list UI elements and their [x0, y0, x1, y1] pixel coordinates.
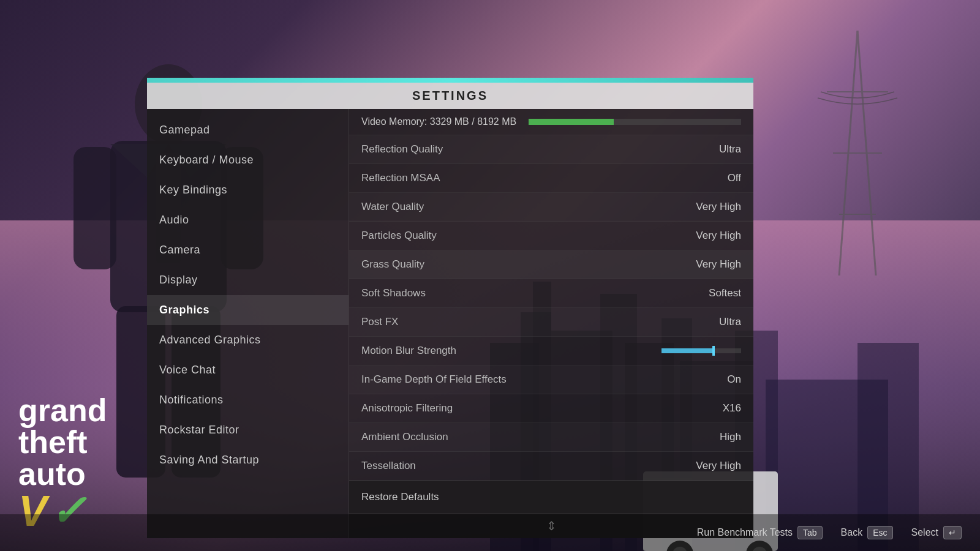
setting-name-ambient-occlusion: Ambient Occlusion: [361, 431, 680, 443]
slider-fill: [662, 348, 714, 353]
setting-value-ambient-occlusion: High: [680, 431, 741, 443]
setting-name-tessellation: Tessellation: [361, 460, 680, 472]
motion-blur-slider[interactable]: [643, 348, 741, 353]
sidebar-item-rockstar-editor[interactable]: Rockstar Editor: [147, 415, 349, 445]
slider-thumb: [712, 346, 715, 356]
settings-rows: Reflection Quality Ultra Reflection MSAA…: [349, 135, 753, 481]
sidebar-item-gamepad[interactable]: Gamepad: [147, 115, 349, 145]
back-key: Esc: [867, 526, 892, 539]
settings-title: SETTINGS: [147, 83, 753, 109]
setting-name-reflection-msaa: Reflection MSAA: [361, 172, 680, 184]
setting-name-particles-quality: Particles Quality: [361, 230, 680, 242]
setting-value-post-fx: Ultra: [680, 316, 741, 328]
setting-row-reflection-quality[interactable]: Reflection Quality Ultra: [349, 135, 753, 164]
setting-name-dof: In-Game Depth Of Field Effects: [361, 373, 680, 386]
svg-rect-25: [74, 147, 116, 269]
setting-name-post-fx: Post FX: [361, 316, 680, 328]
sidebar-item-voice-chat[interactable]: Voice Chat: [147, 355, 349, 385]
setting-name-water-quality: Water Quality: [361, 201, 680, 213]
setting-row-anisotropic[interactable]: Anisotropic Filtering X16: [349, 394, 753, 423]
setting-value-reflection-msaa: Off: [680, 172, 741, 184]
panel-accent: [147, 78, 753, 83]
logo-line3: auto: [18, 458, 107, 490]
sidebar-item-notifications[interactable]: Notifications: [147, 385, 349, 415]
logo-line2: theft: [18, 426, 107, 458]
select-label: Select: [911, 527, 938, 538]
sidebar-item-saving-startup[interactable]: Saving And Startup: [147, 445, 349, 475]
back-action: Back Esc: [841, 526, 893, 539]
setting-value-tessellation: Very High: [680, 460, 741, 472]
sidebar-item-advanced-graphics[interactable]: Advanced Graphics: [147, 325, 349, 355]
setting-row-post-fx[interactable]: Post FX Ultra: [349, 308, 753, 337]
restore-defaults-button[interactable]: Restore Defaults: [349, 481, 753, 513]
setting-value-anisotropic: X16: [680, 402, 741, 414]
setting-row-soft-shadows[interactable]: Soft Shadows Softest: [349, 279, 753, 308]
sidebar-item-display[interactable]: Display: [147, 265, 349, 295]
setting-row-grass-quality[interactable]: Grass Quality Very High: [349, 250, 753, 279]
select-action: Select ↵: [911, 526, 962, 539]
logo-line1: grand: [18, 394, 107, 426]
setting-row-motion-blur[interactable]: Motion Blur Strength: [349, 337, 753, 365]
run-benchmark-action: Run Benchmark Tests Tab: [697, 526, 823, 539]
sidebar-item-graphics[interactable]: Graphics: [147, 295, 349, 325]
settings-content: Video Memory: 3329 MB / 8192 MB Reflecti…: [349, 109, 753, 538]
gta-logo: grand theft auto V ✓: [18, 394, 107, 533]
setting-name-anisotropic: Anisotropic Filtering: [361, 402, 680, 414]
setting-name-motion-blur: Motion Blur Strength: [361, 345, 643, 357]
settings-panel: SETTINGS Gamepad Keyboard / Mouse Key Bi…: [147, 83, 753, 508]
bottom-bar: Run Benchmark Tests Tab Back Esc Select …: [0, 514, 980, 551]
video-memory-label: Video Memory: 3329 MB / 8192 MB: [361, 116, 516, 127]
setting-value-dof: On: [680, 373, 741, 386]
video-memory-row: Video Memory: 3329 MB / 8192 MB: [349, 109, 753, 135]
run-benchmark-key: Tab: [797, 526, 823, 539]
slider-track: [662, 348, 741, 353]
settings-sidebar: Gamepad Keyboard / Mouse Key Bindings Au…: [147, 109, 349, 538]
setting-name-reflection-quality: Reflection Quality: [361, 143, 680, 156]
setting-value-soft-shadows: Softest: [680, 287, 741, 299]
setting-name-soft-shadows: Soft Shadows: [361, 287, 680, 299]
sidebar-item-camera[interactable]: Camera: [147, 235, 349, 265]
setting-row-dof[interactable]: In-Game Depth Of Field Effects On: [349, 365, 753, 394]
select-key: ↵: [943, 526, 962, 539]
setting-row-water-quality[interactable]: Water Quality Very High: [349, 193, 753, 222]
sidebar-item-keyboard-mouse[interactable]: Keyboard / Mouse: [147, 145, 349, 175]
setting-row-ambient-occlusion[interactable]: Ambient Occlusion High: [349, 423, 753, 452]
sidebar-item-key-bindings[interactable]: Key Bindings: [147, 175, 349, 205]
power-lines: [766, 31, 949, 276]
setting-value-water-quality: Very High: [680, 201, 741, 213]
run-benchmark-label: Run Benchmark Tests: [697, 527, 793, 538]
setting-value-particles-quality: Very High: [680, 230, 741, 242]
setting-row-tessellation[interactable]: Tessellation Very High: [349, 452, 753, 481]
setting-value-reflection-quality: Ultra: [680, 143, 741, 156]
setting-value-grass-quality: Very High: [680, 258, 741, 271]
setting-row-particles-quality[interactable]: Particles Quality Very High: [349, 222, 753, 250]
sidebar-item-audio[interactable]: Audio: [147, 205, 349, 235]
back-label: Back: [841, 527, 863, 538]
memory-bar: [529, 119, 741, 125]
setting-row-reflection-msaa[interactable]: Reflection MSAA Off: [349, 164, 753, 193]
settings-body: Gamepad Keyboard / Mouse Key Bindings Au…: [147, 109, 753, 538]
setting-name-grass-quality: Grass Quality: [361, 258, 680, 271]
memory-bar-fill: [529, 119, 614, 125]
